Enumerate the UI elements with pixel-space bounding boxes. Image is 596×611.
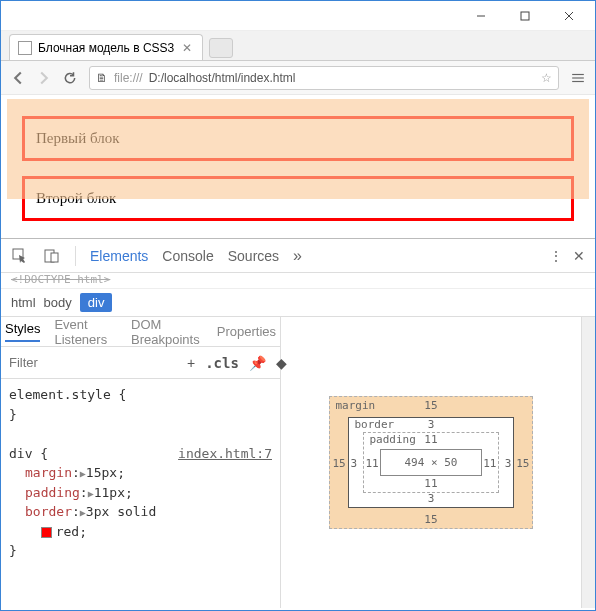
page-icon: 🗎 bbox=[96, 71, 108, 85]
rule-elementstyle[interactable]: element.style { bbox=[9, 385, 272, 405]
tab-elements[interactable]: Elements bbox=[90, 248, 148, 264]
scrollbar[interactable] bbox=[581, 317, 595, 608]
inspect-icon[interactable] bbox=[11, 247, 29, 265]
color-swatch[interactable] bbox=[41, 527, 52, 538]
new-tab-button[interactable] bbox=[209, 38, 233, 58]
doctype-line: <!DOCTYPE html> bbox=[1, 273, 595, 289]
url-scheme: file:/// bbox=[114, 71, 143, 85]
forward-button[interactable] bbox=[35, 69, 53, 87]
svg-rect-9 bbox=[51, 253, 58, 262]
crumb-body[interactable]: body bbox=[44, 295, 72, 310]
close-tab-icon[interactable]: ✕ bbox=[180, 41, 194, 55]
block-2: Второй блок bbox=[22, 176, 574, 221]
subtab-dombp[interactable]: DOM Breakpoints bbox=[131, 317, 203, 347]
cls-toggle[interactable]: .cls bbox=[205, 355, 239, 371]
file-icon bbox=[18, 41, 32, 55]
content-size: 494 × 50 bbox=[380, 449, 483, 476]
devtools-close-icon[interactable]: ✕ bbox=[573, 248, 585, 264]
subtab-styles[interactable]: Styles bbox=[5, 321, 40, 342]
back-button[interactable] bbox=[9, 69, 27, 87]
prop-border-color[interactable]: red; bbox=[9, 522, 272, 542]
block-1: Первый блок bbox=[22, 116, 574, 161]
prop-border[interactable]: border:▶3px solid bbox=[9, 502, 272, 522]
prop-margin[interactable]: margin:▶15px; bbox=[9, 463, 272, 483]
prop-padding[interactable]: padding:▶11px; bbox=[9, 483, 272, 503]
close-button[interactable] bbox=[547, 2, 591, 30]
crumb-div[interactable]: div bbox=[80, 293, 113, 312]
pin-icon[interactable]: 📌 bbox=[249, 355, 266, 371]
maximize-button[interactable] bbox=[503, 2, 547, 30]
subtab-eventlisteners[interactable]: Event Listeners bbox=[54, 317, 117, 347]
tab-title: Блочная модель в CSS3 bbox=[38, 41, 174, 55]
box-model: margin 15 15 15 15 border 3 3 3 3 paddin… bbox=[329, 396, 534, 529]
subtab-props[interactable]: Properties bbox=[217, 324, 276, 339]
minimize-button[interactable] bbox=[459, 2, 503, 30]
tab-sources[interactable]: Sources bbox=[228, 248, 279, 264]
url-input[interactable]: 🗎 file:///D:/localhost/html/index.html ☆ bbox=[89, 66, 559, 90]
page-content: Первый блок Второй блок bbox=[1, 95, 595, 238]
crumb-html[interactable]: html bbox=[11, 295, 36, 310]
rule-close: } bbox=[9, 405, 272, 425]
browser-tab[interactable]: Блочная модель в CSS3 ✕ bbox=[9, 34, 203, 60]
url-path: D:/localhost/html/index.html bbox=[149, 71, 296, 85]
kebab-icon[interactable]: ⋮ bbox=[549, 248, 563, 264]
source-link[interactable]: index.html:7 bbox=[178, 444, 272, 464]
device-icon[interactable] bbox=[43, 247, 61, 265]
tab-console[interactable]: Console bbox=[162, 248, 213, 264]
rule-close: } bbox=[9, 541, 272, 561]
filter-input[interactable] bbox=[9, 355, 177, 370]
more-tabs-icon[interactable]: » bbox=[293, 247, 302, 265]
rule-div[interactable]: div { index.html:7 bbox=[9, 444, 272, 464]
bookmark-icon[interactable]: ☆ bbox=[541, 71, 552, 85]
add-rule-icon[interactable]: + bbox=[187, 355, 195, 371]
reload-button[interactable] bbox=[61, 69, 79, 87]
menu-button[interactable] bbox=[569, 69, 587, 87]
svg-rect-1 bbox=[521, 12, 529, 20]
